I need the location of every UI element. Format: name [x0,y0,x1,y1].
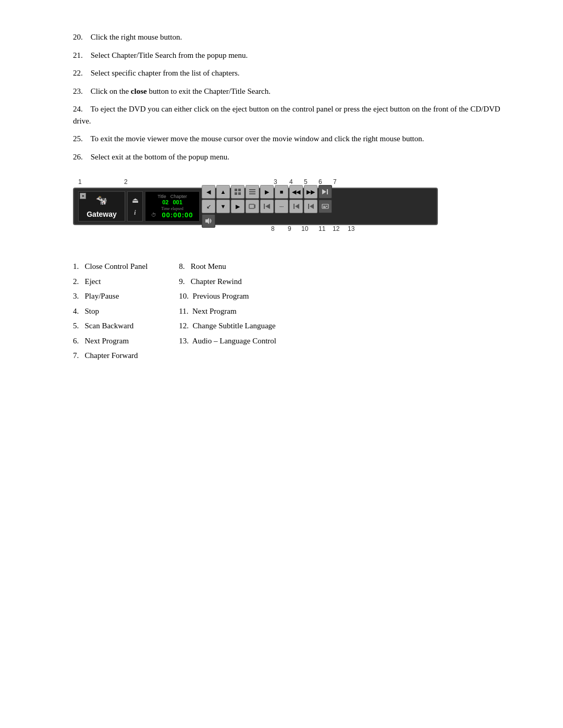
instruction-23: 23. Click on the close button to exit th… [73,85,500,97]
svg-rect-18 [323,206,325,207]
svg-marker-8 [322,189,326,194]
svg-rect-7 [327,189,328,194]
dvd-control-panel: ✕ 🐄 Gateway ⏏ i Title Chapter 02 001 Tim… [73,188,438,225]
svg-rect-20 [323,207,326,208]
legend-item-7: 7. Chapter Forward [73,350,148,362]
control-panel-container: 1 2 3 4 5 6 7 ✕ 🐄 Gateway ⏏ i Title Chap… [73,178,500,235]
dots-button[interactable]: ··· [275,200,288,213]
time-elapsed-label: Time elapsed [161,206,183,211]
top-labels: 1 2 3 4 5 6 7 [73,178,438,188]
legend-right-col: 8. Root Menu 9. Chapter Rewind 10. Previ… [179,261,276,365]
legend-item-13: 13. Audio – Language Control [179,335,276,347]
svg-rect-6 [249,193,255,194]
bottom-label-13: 13 [348,225,354,232]
chapter-label: Chapter [170,194,187,199]
legend-item-11: 11. Next Program [179,305,276,317]
instruction-26: 26. Select exit at the bottom of the pop… [73,151,500,163]
bottom-labels: 8 9 10 11 12 13 [73,225,438,235]
legend-item-3: 3. Play/Pause [73,290,148,302]
top-label-5: 5 [304,178,308,186]
gateway-logo: Gateway [87,210,117,218]
svg-marker-15 [310,204,314,209]
svg-rect-5 [249,191,255,192]
svg-rect-16 [308,204,309,209]
legend-item-2: 2. Eject [73,276,148,288]
chapter-value: 001 [173,199,182,205]
top-label-3: 3 [274,178,277,186]
top-label-1: 1 [78,178,82,186]
svg-marker-12 [265,204,270,209]
legend-item-1: 1. Close Control Panel [73,261,148,273]
time-icon: ⏱ [151,212,156,218]
legend-container: 1. Close Control Panel 2. Eject 3. Play/… [73,261,500,365]
gateway-cow-icon: 🐄 [96,194,107,206]
top-label-4: 4 [289,178,293,186]
previous-program-button[interactable] [304,200,317,213]
svg-rect-11 [264,204,265,209]
right-arrow-button[interactable]: ▶ [231,200,244,213]
instruction-25: 25. To exit the movie viewer move the mo… [73,133,500,145]
svg-marker-21 [205,218,209,224]
instruction-22: 22. Select specific chapter from the lis… [73,67,500,79]
eject-section: ⏏ i [127,191,143,221]
bottom-label-10: 10 [301,225,308,232]
top-label-6: 6 [319,178,322,186]
svg-rect-19 [326,206,327,207]
legend-item-8: 8. Root Menu [179,261,276,273]
bottom-label-9: 9 [288,225,291,232]
subtitle-button[interactable] [319,200,332,213]
svg-marker-14 [295,204,299,209]
svg-rect-13 [293,204,295,209]
bottom-label-11: 11 [319,225,325,232]
legend-item-12: 12. Change Subtitle Language [179,320,276,332]
instruction-21: 21. Select Chapter/Title Search from the… [73,50,500,61]
angle-button[interactable] [246,200,259,213]
legend-item-10: 10. Previous Program [179,290,276,302]
svg-rect-4 [249,189,255,190]
bottom-label-12: 12 [333,225,339,232]
root-menu-button[interactable] [260,200,274,213]
display-section: Title Chapter 02 001 Time elapsed ⏱ 00:0… [145,191,200,221]
top-label-7: 7 [333,178,337,186]
time-value: 00:00:00 [162,211,193,219]
svg-rect-1 [238,189,241,191]
instruction-20: 20. Click the right mouse button. [73,31,500,43]
svg-rect-9 [249,204,254,208]
top-label-2: 2 [124,178,128,186]
legend-item-6: 6. Next Program [73,335,148,347]
down-arrow-button[interactable]: ▼ [216,200,230,213]
bottom-label-8: 8 [271,225,275,232]
buttons-area: ◀ ▲ ▶ ■ ◀◀ ▶▶ ↙ [202,185,332,228]
legend-item-5: 5. Scan Backward [73,320,148,332]
title-label: Title [157,194,166,199]
chapter-rewind-button[interactable] [289,200,303,213]
eject-button[interactable]: ⏏ [132,196,139,205]
legend-item-4: 4. Stop [73,305,148,317]
down-left-button[interactable]: ↙ [202,200,215,213]
svg-rect-2 [235,192,237,195]
instructions-list: 20. Click the right mouse button. 21. Se… [73,31,500,163]
svg-rect-0 [235,189,237,191]
legend-item-9: 9. Chapter Rewind [179,276,276,288]
info-button[interactable]: i [134,209,136,217]
close-control-panel-button[interactable]: ✕ [80,193,86,199]
instruction-24: 24. To eject the DVD you can either clic… [73,103,500,127]
title-value: 02 [162,199,168,205]
gateway-section: ✕ 🐄 Gateway [78,191,125,221]
svg-rect-3 [238,192,241,195]
legend-left-col: 1. Close Control Panel 2. Eject 3. Play/… [73,261,148,365]
